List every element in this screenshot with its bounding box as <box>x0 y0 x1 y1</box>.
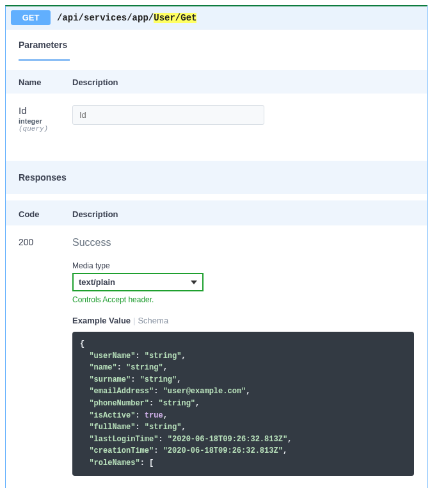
parameters-tab[interactable]: Parameters <box>6 29 427 56</box>
header-name: Name <box>19 77 72 87</box>
id-input[interactable] <box>72 105 264 125</box>
example-code-block: { "userName": "string", "name": "string"… <box>72 332 414 476</box>
response-row: 200 Success Media type text/plain Contro… <box>6 225 427 488</box>
response-code: 200 <box>19 237 72 247</box>
response-description: Success Media type text/plain Controls A… <box>72 237 414 476</box>
header-resp-description: Description <box>72 209 414 219</box>
media-type-select[interactable]: text/plain <box>72 273 204 291</box>
parameter-name: Id <box>19 105 27 116</box>
response-status-text: Success <box>72 237 414 248</box>
endpoint-path: /api/services/app/User/Get <box>57 13 196 23</box>
http-method-badge: GET <box>11 10 51 25</box>
chevron-down-icon <box>191 281 197 284</box>
header-description: Description <box>72 77 414 87</box>
responses-table-header: Code Description <box>6 200 427 225</box>
parameter-type: integer <box>19 117 72 125</box>
header-code: Code <box>19 209 72 219</box>
parameter-row: Id integer (query) <box>6 94 427 161</box>
api-operation-panel: GET /api/services/app/User/Get Parameter… <box>5 5 428 488</box>
example-value-tab[interactable]: Example Value <box>72 316 131 325</box>
parameter-location: (query) <box>19 125 72 133</box>
media-type-value: text/plain <box>79 277 115 287</box>
parameters-table-header: Name Description <box>6 70 427 94</box>
parameter-input-cell <box>72 105 414 133</box>
media-type-label: Media type <box>72 261 414 270</box>
path-prefix: /api/services/app/ <box>57 13 154 23</box>
operation-header[interactable]: GET /api/services/app/User/Get <box>6 6 427 29</box>
accept-header-note: Controls Accept header. <box>72 295 414 304</box>
example-schema-toggle: Example Value|Schema <box>72 316 414 325</box>
parameter-meta: Id integer (query) <box>19 105 72 133</box>
path-highlight: User/Get <box>154 13 196 23</box>
responses-section-title: Responses <box>6 161 427 194</box>
schema-tab[interactable]: Schema <box>138 316 168 325</box>
